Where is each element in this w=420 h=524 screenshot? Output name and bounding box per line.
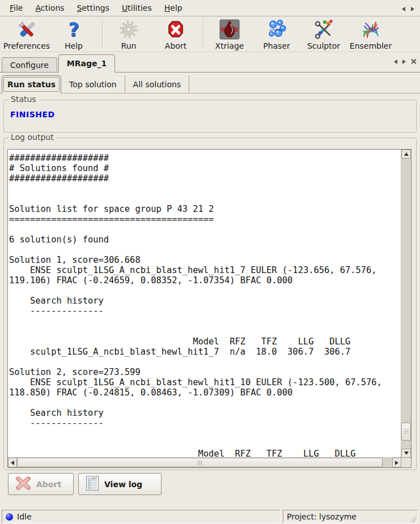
tab-label: MRage_1 — [67, 59, 107, 68]
tab-configure[interactable]: Configure — [2, 57, 57, 72]
menu-file[interactable]: File — [3, 1, 29, 15]
tab-scroll-right-icon[interactable] — [402, 59, 406, 64]
status-groupbox-title: Status — [9, 95, 39, 104]
log-text: ################### # Solutions found # … — [8, 150, 401, 458]
log-output-groupbox-title: Log output — [9, 133, 56, 142]
tab-top-solution[interactable]: Top solution — [61, 75, 125, 93]
toolbar-label: Help — [65, 41, 83, 50]
subtab-scroll-right-icon[interactable] — [411, 7, 414, 11]
gear-icon — [117, 19, 141, 41]
scroll-left-icon[interactable] — [8, 458, 17, 467]
status-groupbox: Status FINISHED — [3, 100, 417, 133]
sub-tab-bar: Run status Top solution All solutions — [0, 75, 420, 93]
horizontal-scrollbar[interactable] — [8, 457, 401, 467]
menu-help[interactable]: Help — [158, 1, 189, 15]
abort-toolbar-button[interactable]: Abort — [152, 18, 200, 50]
vertical-scrollbar-thumb[interactable] — [401, 423, 411, 441]
toolbar: Preferences ? Help Run Abort — [0, 16, 420, 52]
view-log-button[interactable]: View log — [78, 473, 162, 495]
toolbar-label: Ensembler — [350, 41, 392, 50]
run-button: Run — [105, 18, 152, 50]
tab-label: All solutions — [133, 80, 181, 89]
statusbar-project: Project: lysozyme — [287, 512, 357, 521]
help-button[interactable]: ? Help — [52, 18, 95, 50]
preferences-button[interactable]: Preferences — [1, 18, 52, 50]
ensembler-button[interactable]: Ensembler — [348, 18, 393, 50]
statusbar-project-panel: Project: lysozyme — [283, 510, 418, 523]
tools-icon — [15, 19, 39, 41]
sculptor-button[interactable]: Sculptor — [299, 18, 348, 50]
main-tab-nav — [394, 59, 416, 64]
tab-run-status[interactable]: Run status — [2, 75, 61, 93]
menu-label: F — [10, 3, 14, 12]
toolbar-label: Xtriage — [215, 41, 244, 50]
abort-button-label: Abort — [36, 480, 61, 489]
tab-label: Run status — [7, 80, 56, 89]
sub-tab-nav — [402, 7, 414, 11]
tab-label: Configure — [10, 61, 49, 70]
statusbar-state: Idle — [17, 512, 32, 521]
svg-text:phaser: phaser — [269, 28, 283, 32]
log-file-icon — [86, 475, 99, 493]
log-text-area[interactable]: ################### # Solutions found # … — [7, 149, 411, 468]
scrollbar-corner — [401, 458, 411, 467]
question-icon: ? — [62, 19, 86, 41]
toolbar-label: Run — [121, 41, 137, 50]
toolbar-label: Preferences — [3, 41, 50, 50]
menu-label: H — [164, 3, 171, 12]
menu-settings[interactable]: Settings — [71, 1, 116, 15]
toolbar-separator — [102, 20, 103, 48]
toolbar-label: Abort — [165, 41, 186, 50]
subtab-scroll-left-icon[interactable] — [402, 7, 405, 11]
view-log-button-label: View log — [104, 480, 142, 489]
tab-scroll-left-icon[interactable] — [394, 59, 397, 64]
toolbar-label: Sculptor — [307, 41, 340, 50]
log-output-groupbox: Log output ################### # Solutio… — [3, 138, 417, 470]
xtriage-button[interactable]: Xtriage — [205, 18, 254, 50]
tab-all-solutions[interactable]: All solutions — [125, 75, 190, 93]
toolbar-label: Phaser — [263, 41, 290, 50]
menu-bar: File Actions Settings Utilities Help — [0, 0, 420, 16]
close-tab-icon[interactable] — [411, 59, 416, 64]
menu-label: ctions — [41, 3, 65, 12]
menu-label: tilities — [128, 3, 151, 12]
main-tab-bar: Configure MRage_1 — [0, 54, 420, 73]
menu-label: elp — [170, 3, 182, 12]
vertical-scrollbar[interactable] — [401, 150, 411, 458]
stop-icon — [164, 19, 188, 41]
ensemble-icon — [359, 19, 383, 41]
phaser-button[interactable]: phaser Phaser — [254, 18, 299, 50]
menu-label: ettings — [82, 3, 110, 12]
tab-mrage-1[interactable]: MRage_1 — [58, 54, 115, 73]
scroll-down-icon[interactable] — [401, 449, 411, 458]
menu-label: A — [35, 3, 40, 12]
scroll-up-icon[interactable] — [401, 150, 411, 159]
menu-label: U — [122, 3, 128, 12]
abort-x-icon — [15, 475, 31, 493]
menu-actions[interactable]: Actions — [29, 1, 70, 15]
tab-label: Top solution — [69, 80, 117, 89]
menu-label: ile — [14, 3, 23, 12]
run-status-value: FINISHED — [10, 110, 55, 119]
horizontal-scrollbar-thumb[interactable] — [17, 458, 383, 467]
scroll-right-icon[interactable] — [392, 458, 401, 467]
scissors-icon — [312, 19, 336, 41]
resize-grip[interactable] — [409, 514, 417, 522]
abort-button: Abort — [8, 473, 74, 495]
toolbar-separator — [203, 20, 204, 48]
menu-utilities[interactable]: Utilities — [116, 1, 158, 15]
molecules-icon: phaser — [265, 19, 289, 41]
status-ball-icon — [6, 513, 13, 521]
droplet-icon — [218, 19, 241, 41]
menu-label: S — [77, 3, 82, 12]
statusbar-state-panel: Idle — [2, 510, 281, 523]
